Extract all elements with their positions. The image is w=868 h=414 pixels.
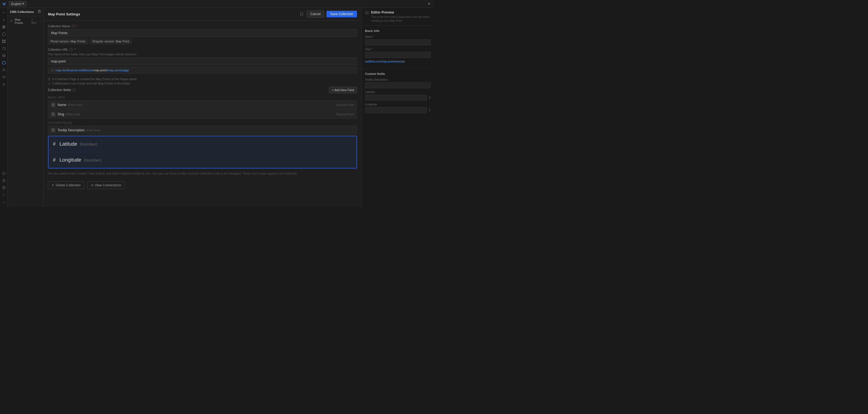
number-icon-latitude: # xyxy=(53,141,56,147)
preview-panel-icon xyxy=(365,11,369,15)
svg-marker-12 xyxy=(2,61,5,64)
preview-name-input[interactable] xyxy=(365,39,431,45)
highlighted-field-longitude[interactable]: # Longitude (Number) xyxy=(49,152,356,168)
sidebar-icon-check[interactable]: ✓ xyxy=(1,192,7,198)
settings-panel: Map Point Settings Cancel Save Collectio… xyxy=(43,8,362,207)
field-type-icon-tooltip: T xyxy=(51,128,55,132)
svg-point-13 xyxy=(3,69,4,70)
svg-point-14 xyxy=(3,78,4,78)
sidebar-icon-apps[interactable] xyxy=(1,81,7,87)
preview-slug-label: Slug * xyxy=(365,47,431,50)
field-row-slug[interactable]: T Slug (Plain text) Required Field xyxy=(48,110,357,118)
fields-label: Collection fields ? xyxy=(48,88,76,92)
sidebar-icon-cms[interactable] xyxy=(1,60,7,66)
sidebar-icon-paint[interactable] xyxy=(1,46,7,51)
svg-point-19 xyxy=(3,180,4,181)
field-type-icon-slug: T xyxy=(51,112,55,116)
singular-version-tag: Singular version: Map Point xyxy=(90,38,132,44)
settings-header: Map Point Settings Cancel Save Collectio… xyxy=(43,8,362,21)
svg-point-32 xyxy=(92,185,93,186)
chevron-right-icon: › xyxy=(40,20,41,23)
preview-longitude-input[interactable] xyxy=(365,107,427,113)
sidebar-icon-assets[interactable] xyxy=(1,38,7,44)
info-row-collaborators: Collaborators can create and edit Map Po… xyxy=(48,82,357,85)
svg-point-8 xyxy=(4,49,5,50)
custom-fields-section-label: Custom fields xyxy=(48,122,357,125)
arrow-down-icon[interactable]: ▼ xyxy=(429,98,431,100)
cancel-button[interactable]: Cancel xyxy=(307,10,324,18)
preview-latitude-arrows[interactable]: ▲ ▼ xyxy=(429,96,431,100)
sidebar-icon-menu[interactable]: ≡ xyxy=(1,17,7,23)
save-collection-button[interactable]: Save Collection xyxy=(327,11,357,18)
preview-basic-info-section: Basic Info Name * Slug * webflow.com/map… xyxy=(362,26,434,69)
sidebar-icon-grid[interactable] xyxy=(1,53,7,58)
preview-tooltip-input[interactable] xyxy=(365,82,431,89)
language-selector[interactable]: English ▾ xyxy=(9,1,26,6)
collection-url-input[interactable] xyxy=(48,58,357,65)
collection-name-group: Collection Name ? * Plural version: Map … xyxy=(48,25,357,44)
webflow-logo-icon xyxy=(2,2,7,6)
svg-marker-25 xyxy=(10,20,13,23)
preview-custom-section: Custom fields Tooltip Description Latitu… xyxy=(362,69,434,118)
preview-latitude-field: ▲ ▼ xyxy=(365,95,431,103)
preview-title: Editor Preview xyxy=(371,10,431,14)
custom-fields-list: T Tooltip Description (Plain text) xyxy=(48,126,357,135)
sidebar-icon-logic[interactable] xyxy=(1,171,7,176)
plural-version-tag: Plural version: Map Points xyxy=(48,38,88,44)
settings-body: Collection Name ? * Plural version: Map … xyxy=(43,21,362,207)
help-icon-fields[interactable]: ? xyxy=(72,89,76,92)
preview-latitude-input[interactable] xyxy=(365,95,427,101)
collection-url-group: Collection URL ? * The name of the folde… xyxy=(48,48,357,73)
collection-icon xyxy=(10,20,13,23)
field-row-tooltip[interactable]: T Tooltip Description (Plain text) xyxy=(48,126,357,135)
close-button[interactable]: × xyxy=(426,1,432,7)
header-actions: Cancel Save Collection xyxy=(299,10,357,18)
help-icon-name[interactable]: ? xyxy=(72,25,75,28)
svg-point-29 xyxy=(49,82,50,83)
footer-note: We also added Date Created, Date Edited,… xyxy=(48,169,357,179)
highlighted-field-latitude[interactable]: # Latitude (Number) xyxy=(49,136,356,152)
preview-longitude-arrows[interactable]: ▲ ▼ xyxy=(429,108,431,112)
left-sidebar: + ≡ xyxy=(0,8,8,207)
sidebar-icon-ecommerce[interactable] xyxy=(1,74,7,80)
preview-longitude-field: ▲ ▼ xyxy=(365,107,431,115)
svg-rect-24 xyxy=(39,12,40,13)
preview-url-hint: webflow.com/map-point/example xyxy=(365,60,431,63)
preview-tooltip-label: Tooltip Description xyxy=(365,78,431,81)
field-row-name[interactable]: T Name (Plain text) Required Field xyxy=(48,101,357,109)
sidebar-icon-components[interactable] xyxy=(1,31,7,37)
svg-rect-0 xyxy=(2,26,5,27)
svg-rect-2 xyxy=(2,28,5,28)
delete-collection-button[interactable]: Delete Collection xyxy=(48,181,84,189)
view-connections-button[interactable]: View Connections xyxy=(87,181,125,189)
main-layout: + ≡ xyxy=(0,8,434,207)
sidebar-icon-settings[interactable] xyxy=(1,178,7,183)
svg-line-33 xyxy=(91,184,92,185)
collection-name-input[interactable] xyxy=(48,29,357,37)
basic-fields-list: T Name (Plain text) Required Field T Slu… xyxy=(48,101,357,118)
svg-marker-3 xyxy=(2,33,5,36)
url-description: The name of the folder that your Map Poi… xyxy=(48,53,357,56)
help-icon-url[interactable]: ? xyxy=(69,48,73,51)
bookmark-icon[interactable] xyxy=(299,11,304,18)
add-field-button[interactable]: + Add New Field xyxy=(329,87,357,93)
cms-collection-item-mappoints[interactable]: Map Points 1 item › xyxy=(8,16,43,26)
svg-rect-6 xyxy=(2,41,4,43)
footer-actions: Delete Collection View Connections xyxy=(48,179,357,191)
url-preview: map-3d-finsweet.webflow.io/map-point/map… xyxy=(48,67,357,73)
sidebar-icon-layers[interactable] xyxy=(1,24,7,30)
sidebar-icon-add[interactable]: + xyxy=(1,10,7,15)
editor-preview-panel: Editor Preview This is the form that Col… xyxy=(362,8,434,207)
collection-url-label: Collection URL ? * xyxy=(48,48,357,51)
number-icon-longitude: # xyxy=(53,157,56,163)
sidebar-icon-users[interactable] xyxy=(1,67,7,73)
preview-slug-input[interactable] xyxy=(365,52,431,58)
cms-panel-header: CMS Collections xyxy=(8,8,43,16)
save-icon[interactable] xyxy=(38,10,41,14)
sidebar-icon-help[interactable] xyxy=(1,185,7,191)
sidebar-icon-search[interactable]: ⌕ xyxy=(1,199,7,205)
arrow-down-longitude-icon[interactable]: ▼ xyxy=(429,110,431,112)
svg-point-17 xyxy=(2,83,5,86)
chevron-down-icon: ▾ xyxy=(22,2,24,5)
highlighted-fields-section: # Latitude (Number) # Longitude (Number) xyxy=(48,136,357,169)
